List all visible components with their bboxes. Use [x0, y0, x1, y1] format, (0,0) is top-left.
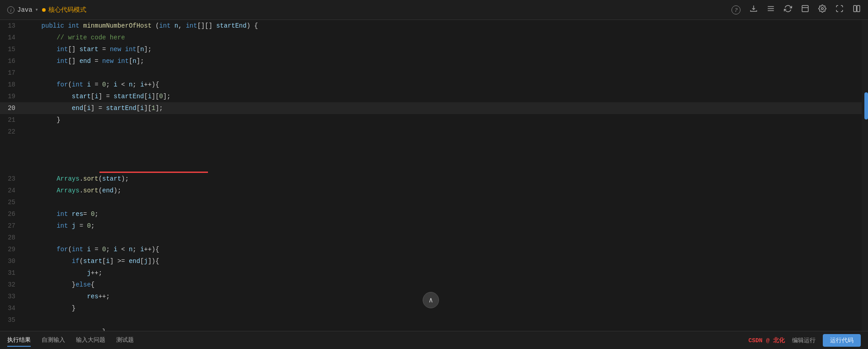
table-row: 31 j++; [0, 267, 862, 279]
line-number: 30 [0, 255, 23, 267]
code-line: Arrays.sort(end); [23, 185, 862, 196]
language-selector[interactable]: i Java ▾ [7, 6, 38, 14]
table-row: 28 [0, 232, 862, 244]
table-row: 15 int[] start = new int[n]; [0, 43, 862, 55]
code-line [23, 67, 862, 79]
line-number: 33 [0, 291, 23, 302]
table-row: 19 start[i] = startEnd[i][0]; [0, 91, 862, 102]
code-line: for(int i = 0; i < n; i++){ [23, 79, 862, 91]
tab-custom-input[interactable]: 自测输入 [42, 334, 65, 347]
code-line: Arrays.sort(start); [23, 173, 862, 185]
code-line [23, 196, 862, 208]
line-number: 17 [0, 67, 23, 79]
help-icon[interactable]: ? [731, 5, 741, 14]
table-row: 13 public int minmumNumberOfHost (int n,… [0, 20, 862, 32]
bottom-right: CSDN @ 北化 编辑运行 运行代码 [748, 334, 861, 347]
top-bar: i Java ▾ 核心代码模式 ? [0, 0, 868, 20]
code-line: int res= 0; [23, 208, 862, 220]
tab-execution-result[interactable]: 执行结果 [7, 334, 31, 347]
line-number: 29 [0, 244, 23, 255]
code-line: }else{ [23, 279, 862, 291]
code-line: int[] end = new int[n]; [23, 55, 862, 67]
mode-dot [42, 8, 46, 12]
table-row: 14 // write code here [0, 32, 862, 43]
right-text: 编辑运行 [792, 336, 816, 344]
line-number: 34 [0, 302, 23, 314]
code-line: // write code here [23, 32, 862, 43]
tab-test[interactable]: 测试题 [116, 334, 134, 347]
table-row: 21 } [0, 114, 862, 126]
tab-big-input[interactable]: 输入大问题 [76, 334, 105, 347]
code-container[interactable]: 13 public int minmumNumberOfHost (int n,… [0, 20, 862, 331]
download-icon[interactable] [750, 5, 758, 15]
code-line: public int minmumNumberOfHost (int n, in… [23, 20, 862, 32]
table-row: 16 int[] end = new int[n]; [0, 55, 862, 67]
code-table: 13 public int minmumNumberOfHost (int n,… [0, 20, 862, 331]
line-number: 18 [0, 79, 23, 91]
line-number: 28 [0, 232, 23, 244]
table-row: 22 [0, 126, 862, 173]
code-line: } [23, 114, 862, 126]
editor-area: ⋮ 13 public int minmumNumberOfHost (int … [0, 20, 868, 331]
line-number: 13 [0, 20, 23, 32]
bottom-bar: 执行结果 自测输入 输入大问题 测试题 CSDN @ 北化 编辑运行 运行代码 [0, 331, 868, 349]
save-icon[interactable] [801, 5, 809, 15]
code-line [23, 126, 862, 173]
line-number: 14 [0, 32, 23, 43]
line-number: 26 [0, 208, 23, 220]
code-line: int j = 0; [23, 220, 862, 232]
bottom-tabs: 执行结果 自测输入 输入大问题 测试题 [7, 334, 134, 347]
svg-rect-6 [854, 5, 856, 12]
line-number: 35 [0, 314, 23, 331]
code-line: for(int i = 0; i < n; i++){ [23, 244, 862, 255]
line-number: 16 [0, 55, 23, 67]
code-line [23, 232, 862, 244]
table-row: 25 [0, 196, 862, 208]
code-line: res++; [23, 291, 862, 302]
language-label: Java [17, 6, 33, 14]
table-row: 27 int j = 0; [0, 220, 862, 232]
code-line: } [23, 314, 862, 331]
table-row: 17 [0, 67, 862, 79]
scrollbar-thumb[interactable] [864, 92, 868, 120]
mode-badge: 核心代码模式 [42, 6, 86, 14]
list-icon[interactable] [767, 5, 775, 15]
table-row: 18 for(int i = 0; i < n; i++){ [0, 79, 862, 91]
mode-label: 核心代码模式 [48, 6, 86, 14]
table-row: 29 for(int i = 0; i < n; i++){ [0, 244, 862, 255]
table-row: 23 Arrays.sort(start); [0, 173, 862, 185]
code-line: } [23, 302, 862, 314]
table-row: 20 end[i] = startEnd[i][1]; [0, 102, 862, 114]
chevron-down-icon: ▾ [35, 6, 38, 13]
line-number: 32 [0, 279, 23, 291]
line-number: 19 [0, 91, 23, 102]
scroll-up-button[interactable]: ∧ [423, 292, 439, 308]
code-line: end[i] = startEnd[i][1]; [23, 102, 862, 114]
expand-icon[interactable] [835, 5, 844, 15]
code-line: start[i] = startEnd[i][0]; [23, 91, 862, 102]
top-bar-left: i Java ▾ 核心代码模式 [7, 6, 86, 14]
line-number: 27 [0, 220, 23, 232]
svg-rect-7 [857, 5, 860, 12]
scrollbar-track[interactable] [862, 20, 868, 331]
settings-icon[interactable] [818, 5, 826, 15]
line-number: 23 [0, 173, 23, 185]
refresh-icon[interactable] [784, 5, 792, 15]
svg-point-5 [821, 8, 824, 10]
info-icon: i [7, 6, 14, 14]
table-row: 26 int res= 0; [0, 208, 862, 220]
table-row: 30 if(start[i] >= end[j]){ [0, 255, 862, 267]
line-number: 31 [0, 267, 23, 279]
line-number: 21 [0, 114, 23, 126]
line-number: 25 [0, 196, 23, 208]
split-icon[interactable] [853, 5, 861, 15]
csdn-logo: CSDN @ 北化 [748, 336, 785, 344]
line-number: 20 [0, 102, 23, 114]
run-code-button[interactable]: 运行代码 [823, 334, 861, 347]
line-number: 15 [0, 43, 23, 55]
svg-rect-3 [802, 5, 808, 12]
line-number: 24 [0, 185, 23, 196]
top-bar-right: ? [731, 5, 861, 15]
code-line: int[] start = new int[n]; [23, 43, 862, 55]
code-line: if(start[i] >= end[j]){ [23, 255, 862, 267]
